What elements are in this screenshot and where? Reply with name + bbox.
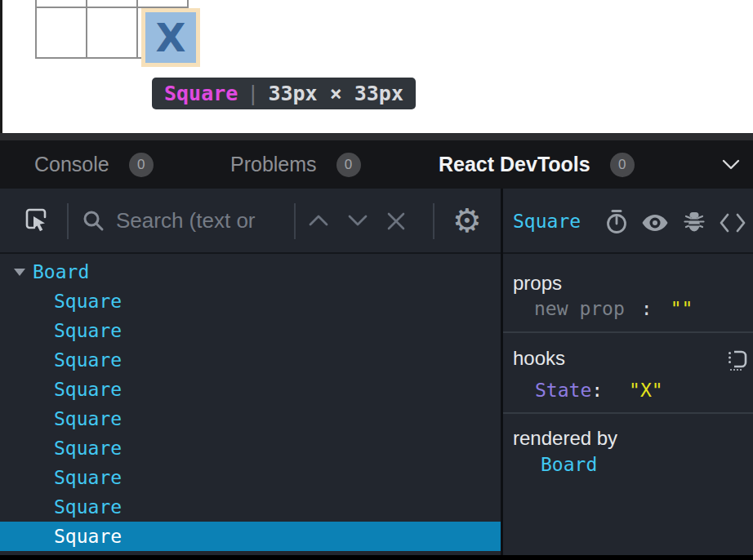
drawer-tabbar: Console 0 Problems 0 React DevTools 0 bbox=[0, 133, 753, 189]
board-cell[interactable] bbox=[87, 0, 137, 7]
problems-count-badge: 0 bbox=[336, 153, 361, 177]
tree-item-label: Board bbox=[33, 261, 89, 282]
colon: : bbox=[591, 380, 603, 401]
bottom-edge bbox=[0, 555, 753, 560]
screen: X Square | 33px × 33px Console 0 Problem… bbox=[0, 0, 753, 560]
tree-item-label: Square bbox=[54, 438, 122, 459]
toolbar-separator bbox=[433, 203, 434, 239]
rendered-by-board-link[interactable]: Board bbox=[541, 453, 597, 476]
props-heading: props bbox=[513, 272, 562, 295]
tree-item-square[interactable]: Square bbox=[0, 375, 501, 404]
tree-item-label: Square bbox=[54, 526, 122, 547]
inspect-highlight-overlay: X bbox=[141, 8, 200, 67]
eye-icon[interactable] bbox=[641, 212, 669, 236]
tree-item-label: Square bbox=[54, 467, 122, 488]
parse-hook-names-icon[interactable] bbox=[726, 349, 749, 374]
inspect-tooltip: Square | 33px × 33px bbox=[152, 78, 416, 109]
cursor-arrow-icon bbox=[33, 216, 45, 231]
board-cell[interactable] bbox=[87, 7, 137, 58]
tab-console-label: Console bbox=[34, 153, 109, 176]
tab-problems-label: Problems bbox=[230, 153, 317, 176]
tree-item-square[interactable]: Square bbox=[0, 287, 501, 316]
tree-item-label: Square bbox=[54, 320, 122, 341]
view-source-icon[interactable] bbox=[719, 212, 746, 236]
new-prop-row: new prop:"" bbox=[534, 297, 693, 320]
new-prop-input[interactable]: new prop bbox=[534, 298, 625, 319]
tree-item-label: Square bbox=[54, 291, 122, 312]
tree-item-square[interactable]: Square bbox=[0, 316, 501, 345]
chevron-down-icon[interactable] bbox=[722, 159, 740, 174]
board-cell[interactable] bbox=[36, 0, 87, 7]
panel-divider[interactable] bbox=[501, 189, 503, 555]
tab-console[interactable]: Console 0 bbox=[34, 140, 154, 189]
bug-icon[interactable] bbox=[683, 209, 706, 236]
tree-item-label: Square bbox=[54, 496, 122, 518]
tree-item-label: Square bbox=[54, 349, 122, 371]
gear-icon[interactable]: ⚙ bbox=[452, 200, 482, 241]
new-prop-value-input[interactable]: "" bbox=[671, 298, 693, 319]
tree-item-square[interactable]: Square bbox=[0, 463, 501, 492]
component-tree: Board Square Square Square Square Square… bbox=[0, 257, 501, 551]
tree-item-label: Square bbox=[54, 379, 122, 400]
selected-component-name: Square bbox=[513, 209, 581, 233]
search-previous-button[interactable] bbox=[308, 214, 329, 229]
tree-item-square[interactable]: Square bbox=[0, 492, 501, 522]
tree-item-square-selected[interactable]: Square bbox=[0, 522, 501, 551]
tooltip-dimensions: 33px × 33px bbox=[268, 82, 403, 105]
react-devtools-panel: ⚙ Square bbox=[0, 189, 753, 555]
page-content-area: X Square | 33px × 33px bbox=[0, 0, 753, 133]
section-divider bbox=[503, 331, 753, 333]
tree-item-square[interactable]: Square bbox=[0, 345, 501, 375]
board-cell[interactable] bbox=[36, 7, 87, 58]
state-hook-value[interactable]: "X" bbox=[629, 380, 663, 401]
tab-react-devtools-label: React DevTools bbox=[439, 153, 590, 176]
board-cell[interactable] bbox=[137, 0, 188, 7]
tooltip-component-name: Square bbox=[164, 82, 238, 105]
tree-item-square[interactable]: Square bbox=[0, 433, 501, 463]
toolbar-divider bbox=[0, 252, 753, 254]
search-input[interactable] bbox=[116, 203, 286, 238]
tree-item-board[interactable]: Board bbox=[0, 257, 501, 287]
state-hook-row: State:"X" bbox=[535, 379, 663, 402]
tab-react-devtools[interactable]: React DevTools 0 bbox=[439, 140, 635, 189]
clear-search-button[interactable] bbox=[385, 211, 407, 234]
toolbar-separator bbox=[294, 203, 296, 239]
tab-problems[interactable]: Problems 0 bbox=[230, 140, 361, 189]
section-divider bbox=[503, 412, 753, 414]
console-count-badge: 0 bbox=[129, 153, 154, 177]
square-x-value: X bbox=[155, 18, 185, 57]
state-hook-label: State bbox=[535, 380, 591, 401]
react-devtools-count-badge: 0 bbox=[610, 153, 635, 177]
inspect-element-button[interactable] bbox=[23, 206, 49, 236]
rendered-by-heading: rendered by bbox=[513, 427, 617, 450]
tooltip-separator: | bbox=[247, 82, 259, 105]
stopwatch-icon[interactable] bbox=[604, 209, 629, 238]
tree-item-label: Square bbox=[54, 408, 122, 429]
tree-item-square[interactable]: Square bbox=[0, 404, 501, 433]
search-next-button[interactable] bbox=[347, 214, 368, 229]
toolbar-separator bbox=[67, 203, 69, 239]
search-icon bbox=[82, 210, 105, 235]
colon: : bbox=[641, 298, 653, 319]
hooks-heading: hooks bbox=[513, 347, 565, 370]
expander-triangle-icon[interactable] bbox=[13, 267, 26, 277]
